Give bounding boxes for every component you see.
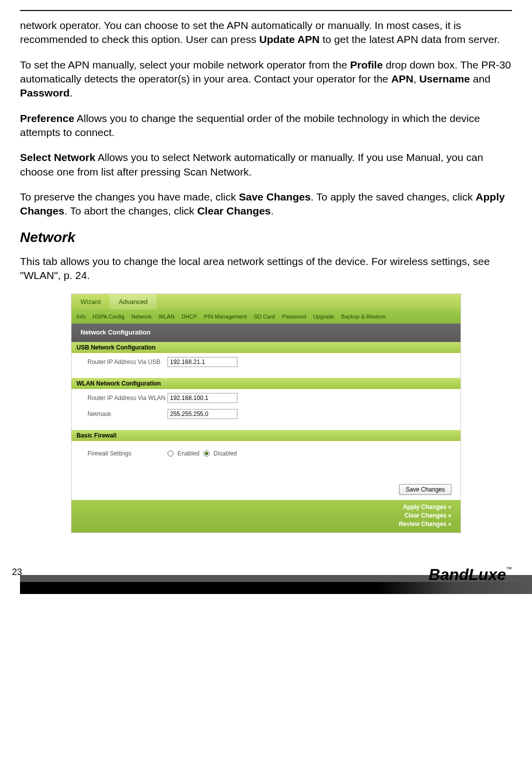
- section-basic-firewall: Basic Firewall: [72, 430, 460, 441]
- panel-heading: Network Configuration: [72, 324, 460, 342]
- paragraph-3: Preference Allows you to change the sequ…: [20, 112, 512, 140]
- section-heading-network: Network: [20, 230, 512, 246]
- spacer: [80, 421, 452, 430]
- text: .: [271, 205, 274, 216]
- clear-changes-link[interactable]: Clear Changes «: [80, 512, 452, 520]
- save-changes-button[interactable]: Save Changes: [399, 484, 452, 495]
- row-router-ip-wlan: Router IP Address Via WLAN: [80, 389, 452, 405]
- panel-content: USB Network Configuration Router IP Addr…: [72, 342, 460, 479]
- text: Allows you to change the sequential orde…: [20, 112, 480, 138]
- subtab-network[interactable]: Network: [132, 314, 152, 320]
- label-router-ip-usb: Router IP Address Via USB: [88, 358, 168, 366]
- text: ,: [414, 73, 420, 84]
- bold-text: Select Network: [20, 152, 96, 163]
- subtab-password[interactable]: Password: [282, 314, 306, 320]
- tab-wizard[interactable]: Wizard: [72, 294, 110, 310]
- apply-changes-link[interactable]: Apply Changes «: [80, 503, 452, 512]
- review-changes-link[interactable]: Review Changes «: [80, 520, 452, 528]
- text: . To apply the saved changes, click: [310, 191, 476, 202]
- text: and: [470, 73, 490, 84]
- top-rule: [20, 10, 512, 11]
- apply-row: Apply Changes « Clear Changes « Review C…: [72, 500, 460, 532]
- bold-text: Save Changes: [239, 191, 311, 202]
- subtab-hspa-config[interactable]: HSPA Config: [92, 314, 124, 320]
- label-router-ip-wlan: Router IP Address Via WLAN: [88, 394, 168, 402]
- section-wlan-network-config: WLAN Network Configuration: [72, 378, 460, 389]
- section-body: This tab allows you to change the local …: [20, 254, 512, 283]
- bold-text: Profile: [350, 59, 382, 70]
- bandluxe-logo: BandLuxe™: [428, 566, 512, 584]
- subtab-pin-management[interactable]: PIN Management: [204, 314, 247, 320]
- text: to get the latest APN data from server.: [320, 34, 500, 45]
- paragraph-2: To set the APN manually, select your mob…: [20, 58, 512, 100]
- tab-advanced[interactable]: Advanced: [110, 294, 156, 310]
- subtab-upgrade[interactable]: Upgrade: [313, 314, 334, 320]
- radio-disabled-label: Disabled: [214, 450, 237, 457]
- paragraph-5: To preserve the changes you have made, c…: [20, 190, 512, 218]
- section-usb-network-config: USB Network Configuration: [72, 342, 460, 353]
- text: To set the APN manually, select your mob…: [20, 59, 350, 70]
- label-firewall-settings: Firewall Settings: [88, 450, 168, 457]
- input-router-ip-usb[interactable]: [168, 357, 238, 367]
- spacer: [80, 459, 452, 473]
- logo-text: BandLuxe: [428, 566, 506, 584]
- text: To preserve the changes you have made, c…: [20, 191, 239, 202]
- paragraph-4: Select Network Allows you to select Netw…: [20, 150, 512, 179]
- row-firewall-settings: Firewall Settings Enabled Disabled: [80, 446, 452, 459]
- subtab-info[interactable]: Info: [76, 314, 86, 320]
- text: . To abort the changes, click: [64, 205, 198, 216]
- subtab-dhcp[interactable]: DHCP: [182, 314, 197, 320]
- page-footer: 23 BandLuxe™: [0, 567, 532, 594]
- spacer: [80, 441, 452, 446]
- subtab-wlan[interactable]: WLAN: [158, 314, 174, 320]
- bold-text: APN: [391, 73, 413, 84]
- row-router-ip-usb: Router IP Address Via USB: [80, 353, 452, 369]
- bold-text: Preference: [20, 112, 74, 124]
- row-netmask: Netmask: [80, 405, 452, 421]
- label-netmask: Netmask: [88, 410, 168, 418]
- radio-enabled[interactable]: [168, 450, 174, 456]
- paragraph-1: network operator. You can choose to set …: [20, 18, 512, 47]
- firewall-radio-group: Enabled Disabled: [168, 450, 237, 457]
- spacer: [80, 369, 452, 378]
- radio-enabled-label: Enabled: [178, 450, 200, 457]
- toplevel-tabs: Wizard Advanced: [72, 294, 460, 310]
- logo-tm: ™: [506, 566, 512, 572]
- bold-text: Password: [20, 87, 70, 98]
- panel-title: Network Configuration: [80, 328, 150, 336]
- radio-disabled[interactable]: [204, 450, 210, 456]
- subtab-sd-card[interactable]: SD Card: [254, 314, 275, 320]
- bold-text: Username: [419, 73, 470, 84]
- router-ui-screenshot: Wizard Advanced Info HSPA Config Network…: [71, 294, 461, 532]
- button-row: Save Changes: [72, 479, 460, 500]
- bold-text: Clear Changes: [197, 205, 270, 216]
- input-netmask[interactable]: [168, 409, 238, 419]
- sub-tabs: Info HSPA Config Network WLAN DHCP PIN M…: [72, 310, 460, 324]
- input-router-ip-wlan[interactable]: [168, 393, 238, 403]
- text: .: [70, 87, 72, 98]
- subtab-backup-restore[interactable]: Backup & Restore: [341, 314, 386, 320]
- bold-text: Update APN: [260, 34, 320, 45]
